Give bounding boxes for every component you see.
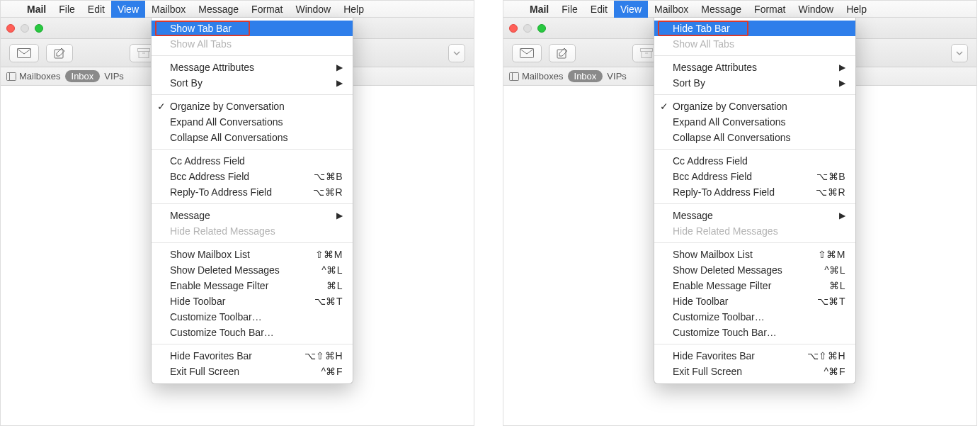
favorites-vips[interactable]: VIPs xyxy=(104,71,123,82)
menu-item[interactable]: Hide Toolbar⌥⌘T xyxy=(654,293,855,309)
compose-button[interactable] xyxy=(46,44,73,62)
menu-item[interactable]: Show Mailbox List⇧⌘M xyxy=(152,247,353,262)
menu-item-label: Cc Address Field xyxy=(673,155,748,167)
menubar-view[interactable]: View xyxy=(614,1,648,18)
menu-item-label: Enable Message Filter xyxy=(170,280,268,291)
minimize-window-button[interactable] xyxy=(21,24,29,33)
menu-item[interactable]: Reply-To Address Field⌥⌘R xyxy=(654,184,855,200)
menu-separator xyxy=(654,149,855,150)
menu-item[interactable]: Show Tab Bar xyxy=(152,21,353,36)
menubar-window[interactable]: Window xyxy=(289,1,337,18)
menubar-message[interactable]: Message xyxy=(695,1,748,18)
menu-item: Show All Tabs xyxy=(152,36,353,52)
menu-item[interactable]: Enable Message Filter⌘L xyxy=(152,278,353,293)
menu-item[interactable]: Bcc Address Field⌥⌘B xyxy=(152,169,353,184)
menu-item-label: Customize Toolbar… xyxy=(170,311,262,323)
menubar-window[interactable]: Window xyxy=(792,1,840,18)
get-mail-button[interactable] xyxy=(9,44,39,62)
menu-separator xyxy=(152,242,353,243)
menu-item-label: Hide Toolbar xyxy=(673,296,728,307)
menu-item[interactable]: Expand All Conversations xyxy=(152,114,353,130)
menu-item[interactable]: Sort By▶ xyxy=(152,75,353,91)
menu-item[interactable]: Exit Full Screen^⌘F xyxy=(152,364,353,379)
menu-separator xyxy=(654,55,855,56)
menubar-help[interactable]: Help xyxy=(840,1,873,18)
menu-item[interactable]: Message▶ xyxy=(152,208,353,223)
menu-item-label: Reply-To Address Field xyxy=(673,186,775,198)
menubar-format[interactable]: Format xyxy=(748,1,792,18)
menubar-view[interactable]: View xyxy=(111,1,145,18)
menu-item[interactable]: Message Attributes▶ xyxy=(654,60,855,75)
menu-item[interactable]: Bcc Address Field⌥⌘B xyxy=(654,169,855,184)
submenu-arrow-icon: ▶ xyxy=(839,62,845,72)
menu-item-label: Expand All Conversations xyxy=(170,116,283,128)
menu-item-label: Exit Full Screen xyxy=(673,366,742,377)
menu-item-shortcut: ⇧⌘M xyxy=(818,249,845,260)
menubar-edit[interactable]: Edit xyxy=(584,1,614,18)
menu-item[interactable]: ✓Organize by Conversation xyxy=(152,99,353,114)
menu-item[interactable]: Hide Favorites Bar⌥⇧⌘H xyxy=(654,348,855,364)
mail-window-right: Mail File Edit View Mailbox Message Form… xyxy=(503,0,977,426)
menu-item[interactable]: Enable Message Filter⌘L xyxy=(654,278,855,293)
menu-item[interactable]: Sort By▶ xyxy=(654,75,855,91)
menu-item[interactable]: Hide Favorites Bar⌥⇧⌘H xyxy=(152,348,353,364)
menu-item[interactable]: Exit Full Screen^⌘F xyxy=(654,364,855,379)
favorites-mailboxes[interactable]: Mailboxes xyxy=(509,71,564,82)
menubar-app[interactable]: Mail xyxy=(21,1,52,18)
favorites-inbox[interactable]: Inbox xyxy=(568,70,603,82)
menu-item[interactable]: Hide Tab Bar xyxy=(654,21,855,36)
close-window-button[interactable] xyxy=(509,24,518,33)
menu-item[interactable]: Reply-To Address Field⌥⌘R xyxy=(152,184,353,200)
menu-item[interactable]: Show Deleted Messages^⌘L xyxy=(654,262,855,278)
menubar-mailbox[interactable]: Mailbox xyxy=(648,1,695,18)
menu-item[interactable]: Show Deleted Messages^⌘L xyxy=(152,262,353,278)
favorites-inbox[interactable]: Inbox xyxy=(65,70,101,82)
menu-item-shortcut: ⌥⌘R xyxy=(816,186,845,198)
menubar-file[interactable]: File xyxy=(52,1,81,18)
menu-item-label: Reply-To Address Field xyxy=(170,186,272,198)
checkmark-icon: ✓ xyxy=(157,101,166,112)
menu-item[interactable]: Show Mailbox List⇧⌘M xyxy=(654,247,855,262)
favorites-vips[interactable]: VIPs xyxy=(607,71,626,82)
menu-item[interactable]: Customize Touch Bar… xyxy=(654,325,855,340)
close-window-button[interactable] xyxy=(6,24,15,33)
menubar-message[interactable]: Message xyxy=(192,1,245,18)
favorites-mailboxes[interactable]: Mailboxes xyxy=(6,71,61,82)
menu-item[interactable]: Message Attributes▶ xyxy=(152,60,353,75)
menubar-edit[interactable]: Edit xyxy=(81,1,111,18)
get-mail-button[interactable] xyxy=(512,44,542,62)
menu-item: Show All Tabs xyxy=(654,36,855,52)
menu-item[interactable]: Cc Address Field xyxy=(654,153,855,169)
menu-separator xyxy=(152,344,353,344)
mail-window-left: Mail File Edit View Mailbox Message Form… xyxy=(0,0,474,426)
menu-item[interactable]: ✓Organize by Conversation xyxy=(654,99,855,114)
menu-item[interactable]: Customize Toolbar… xyxy=(654,309,855,325)
toolbar-overflow-button[interactable] xyxy=(448,44,465,62)
menu-separator xyxy=(654,242,855,243)
menubar-file[interactable]: File xyxy=(555,1,584,18)
menu-item[interactable]: Expand All Conversations xyxy=(654,114,855,130)
menubar-help[interactable]: Help xyxy=(337,1,370,18)
menu-item[interactable]: Customize Toolbar… xyxy=(152,309,353,325)
menu-item-label: Message xyxy=(673,210,713,221)
menu-item-shortcut: ⌥⌘T xyxy=(314,296,343,307)
zoom-window-button[interactable] xyxy=(537,24,546,33)
menu-item[interactable]: Message▶ xyxy=(654,208,855,223)
menu-item[interactable]: Collapse All Conversations xyxy=(654,130,855,145)
menubar-app[interactable]: Mail xyxy=(523,1,555,18)
compose-button[interactable] xyxy=(549,44,576,62)
menubar-format[interactable]: Format xyxy=(245,1,289,18)
menu-item-label: Customize Touch Bar… xyxy=(673,327,777,338)
menu-item-label: Bcc Address Field xyxy=(673,171,752,182)
zoom-window-button[interactable] xyxy=(35,24,43,33)
menubar: Mail File Edit View Mailbox Message Form… xyxy=(1,1,474,18)
menubar-mailbox[interactable]: Mailbox xyxy=(145,1,192,18)
minimize-window-button[interactable] xyxy=(523,24,532,33)
menu-item[interactable]: Collapse All Conversations xyxy=(152,130,353,145)
menu-item[interactable]: Hide Toolbar⌥⌘T xyxy=(152,293,353,309)
menu-item-label: Show Mailbox List xyxy=(170,249,250,260)
menu-item-shortcut: ⌥⌘R xyxy=(313,186,343,198)
toolbar-overflow-button[interactable] xyxy=(951,44,968,62)
menu-item[interactable]: Cc Address Field xyxy=(152,153,353,169)
menu-item[interactable]: Customize Touch Bar… xyxy=(152,325,353,340)
